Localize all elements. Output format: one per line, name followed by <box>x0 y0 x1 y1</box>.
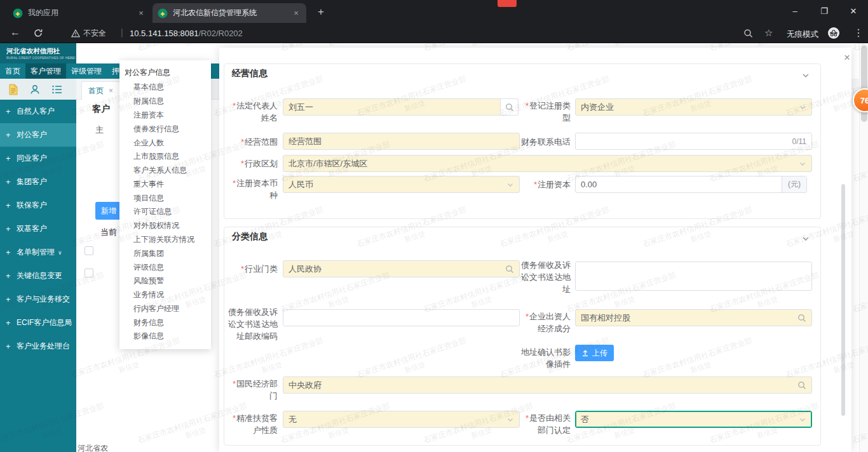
tree-item[interactable]: 附属信息 <box>119 95 211 109</box>
window-close-button[interactable]: ✕ <box>839 0 868 23</box>
capital-input[interactable]: 0.00(元) <box>575 176 807 193</box>
region-select[interactable]: 北京市/市辖区/东城区 <box>283 155 812 172</box>
quick-icon-strip <box>0 79 76 100</box>
sidebar-item[interactable]: + 对公客户 <box>0 123 76 147</box>
label-text: 财务联系电话 <box>521 137 571 147</box>
label-reg-type: *登记注册类型 <box>520 100 571 124</box>
field-value: 人民币 <box>288 179 506 190</box>
sidebar-item[interactable]: + 双基客户 <box>0 217 76 241</box>
bookmark-star-icon[interactable]: ☆ <box>764 27 773 39</box>
tree-item[interactable]: 基本信息 <box>119 81 211 95</box>
back-icon[interactable]: ← <box>10 27 20 38</box>
industry-input[interactable]: 人民政协 <box>283 260 520 277</box>
legal-rep-search-button[interactable] <box>501 98 519 116</box>
sidebar-item[interactable]: + 客户与业务移交 <box>0 288 76 311</box>
tree-item[interactable]: 客户关系人信息 <box>119 164 211 178</box>
new-tab-button[interactable]: + <box>314 5 328 19</box>
currency-select[interactable]: 人民币 <box>283 176 520 193</box>
tree-item[interactable]: 项目信息 <box>119 191 211 205</box>
field-value: 无 <box>288 414 506 425</box>
address-bar[interactable]: 10.5.141.158:8081/R02/R0202 <box>130 29 243 38</box>
tree-item[interactable]: 许可证信息 <box>119 205 211 219</box>
reload-icon[interactable] <box>33 28 43 38</box>
zoom-icon[interactable] <box>743 29 753 38</box>
tree-item[interactable]: 评级信息 <box>119 260 211 274</box>
plus-icon: + <box>6 224 13 234</box>
plus-icon: + <box>6 295 13 304</box>
sidebar-item[interactable]: + 客户业务处理台 <box>0 335 76 358</box>
label-debt-zip: 债务催收及诉讼文书送达地址邮政编码 <box>227 306 278 342</box>
sidebar-item-label: 名单制管理 <box>17 247 55 258</box>
nav-item[interactable]: 客户管理 <box>25 63 66 79</box>
plus-icon: + <box>6 154 13 163</box>
modal-close-icon[interactable]: × <box>841 51 853 64</box>
sidebar-item[interactable]: + 联保客户 <box>0 194 76 217</box>
label-text: 国民经济部门 <box>236 379 278 401</box>
tree-item[interactable]: 对外股权情况 <box>119 219 211 233</box>
legal-rep-input[interactable]: 刘五一 <box>283 98 501 116</box>
national-econ-input[interactable]: 中央政府 <box>283 376 812 394</box>
user-icon[interactable] <box>29 84 41 95</box>
incognito-icon[interactable] <box>827 27 840 39</box>
sidebar-item-label: 双基客户 <box>17 223 47 234</box>
label-text: 注册资本币种 <box>236 178 278 200</box>
sidebar-item[interactable]: + 关键信息变更 <box>0 264 76 288</box>
tree-item[interactable]: 行内客户经理 <box>119 302 211 316</box>
list-icon[interactable] <box>51 84 63 95</box>
collapse-chevron-icon[interactable] <box>801 234 810 243</box>
tree-item[interactable]: 上市股票信息 <box>119 150 211 164</box>
tab-close-icon[interactable]: × <box>291 8 301 18</box>
required-asterisk: * <box>526 413 529 423</box>
row-checkbox[interactable] <box>85 246 93 255</box>
nav-item[interactable]: 首页 <box>0 63 25 79</box>
nav-item[interactable]: 评级管理 <box>66 63 107 79</box>
required-asterisk: * <box>233 379 236 389</box>
poverty-select[interactable]: 无 <box>283 411 520 428</box>
debt-zip-input[interactable] <box>283 309 520 326</box>
page-tab-home[interactable]: 首页 × <box>81 81 120 100</box>
plus-icon: + <box>6 130 13 140</box>
document-icon[interactable] <box>8 84 18 95</box>
window-minimize-button[interactable]: – <box>780 0 810 23</box>
tree-item[interactable]: 风险预警 <box>119 274 211 288</box>
sidebar-item-label: 集团客户 <box>17 176 47 187</box>
field-value: 北京市/市辖区/东城区 <box>288 158 799 170</box>
browser-tab-credit-system[interactable]: 河北农信新信贷管理系统 × <box>153 3 306 23</box>
browser-menu-icon[interactable]: ⋮ <box>853 27 864 39</box>
certified-select[interactable]: 否 <box>575 411 812 428</box>
page-tab-close-icon[interactable]: × <box>109 86 113 95</box>
label-certified: *是否由相关部门认定 <box>520 412 571 436</box>
tree-item[interactable]: 上下游关联方情况 <box>119 233 211 247</box>
sidebar-item[interactable]: + 集团客户 <box>0 170 76 194</box>
browser-tab-my-apps[interactable]: 我的应用 × <box>8 3 151 23</box>
investor-input[interactable]: 国有相对控股 <box>575 309 812 326</box>
tree-item[interactable]: 财务信息 <box>119 316 211 329</box>
row-checkbox[interactable] <box>85 269 93 277</box>
tree-item[interactable]: 债券发行信息 <box>119 122 211 136</box>
tab-close-icon[interactable]: × <box>136 8 146 18</box>
upload-button[interactable]: 上传 <box>575 345 614 361</box>
tree-root-item[interactable]: 对公客户信息 <box>119 66 211 81</box>
security-indicator[interactable]: 不安全 <box>71 28 106 39</box>
debt-address-textarea[interactable] <box>575 262 812 291</box>
sidebar-item[interactable]: + ECIF客户信息局 <box>0 311 76 335</box>
tree-item[interactable]: 企业人数 <box>119 136 211 150</box>
floating-badge[interactable]: 76 <box>853 88 868 112</box>
tree-item[interactable]: 所属集团 <box>119 246 211 260</box>
scope-input[interactable]: 经营范围 <box>283 133 520 150</box>
sidebar-item-label: 同业客户 <box>17 153 47 164</box>
sidebar-item[interactable]: + 自然人客户 <box>0 100 76 123</box>
sidebar-item[interactable]: + 名单制管理 ∨ <box>0 241 76 264</box>
tree-item[interactable]: 影像信息 <box>119 329 211 343</box>
finance-phone-input[interactable]: 0/11 <box>575 133 812 150</box>
sidebar-item[interactable]: + 同业客户 <box>0 147 76 170</box>
window-maximize-button[interactable]: ❐ <box>810 0 839 23</box>
tree-item[interactable]: 重大事件 <box>119 177 211 191</box>
reg-type-select[interactable]: 内资企业 <box>575 98 812 116</box>
collapse-chevron-icon[interactable] <box>801 71 810 80</box>
field-value: 国有相对控股 <box>581 312 797 324</box>
label-poverty: *精准扶贫客户性质 <box>227 412 278 436</box>
tree-item[interactable]: 注册资本 <box>119 109 211 123</box>
tree-item[interactable]: 业务情况 <box>119 288 211 302</box>
modal-scrollbar-thumb[interactable] <box>841 184 845 416</box>
